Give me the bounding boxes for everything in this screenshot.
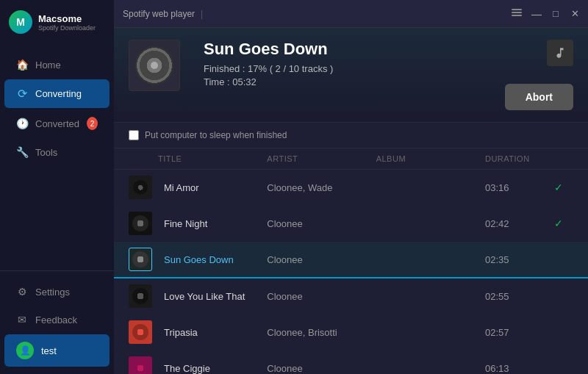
- sidebar-item-label: Settings: [35, 287, 70, 298]
- col-title: TITLE: [158, 154, 267, 163]
- track-title: The Ciggie: [158, 363, 267, 374]
- converting-header: Sun Goes Down Finished : 17% ( 2 / 10 tr…: [114, 28, 588, 123]
- track-status-check: ✓: [544, 181, 573, 193]
- album-thumbnail: [129, 40, 180, 91]
- sleep-row: Put computer to sleep when finished: [114, 123, 588, 148]
- app-title: Macsome: [38, 13, 96, 24]
- col-duration: DURATION: [485, 154, 544, 163]
- abort-button[interactable]: Abort: [505, 84, 573, 110]
- user-avatar: 👤: [16, 342, 34, 359]
- username-label: test: [41, 345, 57, 356]
- header-actions: Abort: [505, 40, 573, 110]
- disc-icon: [132, 288, 148, 304]
- track-thumb: [129, 248, 152, 271]
- track-artist: Cloonee: [267, 363, 376, 374]
- sidebar-item-label: Converting: [35, 88, 82, 99]
- col-thumb: [129, 154, 158, 163]
- tools-icon: 🔧: [16, 146, 28, 158]
- converting-icon: ⟳: [16, 87, 28, 101]
- sidebar: M Macsome Spotify Downloader 🏠 Home ⟳ Co…: [0, 0, 114, 374]
- topbar-label: Spotify web player: [123, 9, 195, 19]
- close-button[interactable]: ✕: [569, 8, 581, 20]
- disc-icon: [133, 180, 148, 195]
- track-artist: Cloonee: [267, 254, 376, 265]
- sidebar-bottom: ⚙ Settings ✉ Feedback 👤 test: [0, 270, 114, 374]
- converting-title: Sun Goes Down: [204, 40, 493, 59]
- music-icon-button[interactable]: [547, 40, 573, 66]
- track-artist: Cloonee: [267, 218, 376, 229]
- sleep-checkbox[interactable]: [129, 130, 139, 140]
- sidebar-item-home[interactable]: 🏠 Home: [4, 51, 110, 78]
- progress-text: Finished : 17% ( 2 / 10 tracks ): [204, 63, 493, 74]
- col-artist: ARTIST: [267, 154, 376, 163]
- feedback-icon: ✉: [16, 314, 28, 326]
- track-duration: 03:16: [485, 182, 544, 193]
- col-status: [544, 154, 573, 163]
- main-content: Spotify web player | — □ ✕ Sun G: [114, 0, 588, 374]
- disc-icon: [132, 360, 148, 374]
- track-title: Sun Goes Down: [158, 254, 267, 265]
- table-row[interactable]: Sun Goes Down Cloonee 02:35: [114, 242, 588, 278]
- disc-icon: [132, 324, 148, 340]
- sidebar-item-feedback[interactable]: ✉ Feedback: [4, 306, 110, 333]
- settings-icon: ⚙: [16, 286, 28, 298]
- home-icon: 🏠: [16, 59, 28, 71]
- track-artist: Cloonee: [267, 291, 376, 302]
- sidebar-item-label: Tools: [35, 147, 57, 158]
- sidebar-item-label: Converted: [35, 118, 79, 129]
- track-status-check: ✓: [544, 217, 573, 229]
- topbar-divider: |: [201, 9, 203, 19]
- track-duration: 02:57: [485, 327, 544, 338]
- track-artist: Cloonee, Brisotti: [267, 327, 376, 338]
- converted-icon: 🕐: [16, 118, 28, 129]
- sidebar-item-converting[interactable]: ⟳ Converting: [4, 79, 110, 108]
- track-duration: 02:35: [485, 254, 544, 265]
- converting-info: Sun Goes Down Finished : 17% ( 2 / 10 tr…: [204, 40, 493, 87]
- converted-badge: 2: [87, 117, 98, 130]
- table-row[interactable]: Mi Amor Cloonee, Wade 03:16 ✓: [114, 170, 588, 206]
- track-title: Fine Night: [158, 218, 267, 229]
- track-title: Tripasia: [158, 327, 267, 338]
- disc-icon: [132, 215, 148, 231]
- disc-icon: [132, 251, 148, 267]
- col-album: ALBUM: [376, 154, 485, 163]
- track-thumb: [129, 320, 152, 344]
- sidebar-item-label: Home: [35, 60, 61, 71]
- track-title: Mi Amor: [158, 182, 267, 193]
- sidebar-item-converted[interactable]: 🕐 Converted 2: [4, 109, 110, 137]
- track-duration: 02:42: [485, 218, 544, 229]
- sleep-label: Put computer to sleep when finished: [145, 130, 287, 140]
- track-thumb: [129, 284, 152, 308]
- track-list: TITLE ARTIST ALBUM DURATION Mi Amor Cloo…: [114, 148, 588, 374]
- track-thumb: [129, 212, 152, 235]
- sidebar-nav: 🏠 Home ⟳ Converting 🕐 Converted 2 🔧 Tool…: [0, 44, 114, 270]
- menu-icon[interactable]: [512, 9, 523, 19]
- user-profile[interactable]: 👤 test: [4, 334, 110, 367]
- sidebar-item-label: Feedback: [35, 314, 77, 326]
- table-row[interactable]: The Ciggie Cloonee 06:13: [114, 350, 588, 374]
- track-thumb: [129, 176, 152, 199]
- track-artist: Cloonee, Wade: [267, 182, 376, 193]
- sidebar-item-settings[interactable]: ⚙ Settings: [4, 278, 110, 305]
- app-subtitle: Spotify Downloader: [38, 24, 96, 32]
- topbar: Spotify web player | — □ ✕: [114, 0, 588, 28]
- track-table-header: TITLE ARTIST ALBUM DURATION: [114, 148, 588, 170]
- minimize-button[interactable]: —: [531, 8, 542, 20]
- track-duration: 02:55: [485, 291, 544, 302]
- table-row[interactable]: Fine Night Cloonee 02:42 ✓: [114, 206, 588, 242]
- track-title: Love You Like That: [158, 291, 267, 302]
- time-text: Time : 05:32: [204, 76, 493, 87]
- maximize-button[interactable]: □: [550, 8, 562, 20]
- table-row[interactable]: Love You Like That Cloonee 02:55: [114, 278, 588, 314]
- app-logo: M Macsome Spotify Downloader: [0, 0, 114, 44]
- track-thumb: [129, 356, 152, 374]
- sidebar-item-tools[interactable]: 🔧 Tools: [4, 139, 110, 165]
- track-duration: 06:13: [485, 363, 544, 374]
- logo-icon: M: [9, 10, 32, 34]
- table-row[interactable]: Tripasia Cloonee, Brisotti 02:57: [114, 314, 588, 350]
